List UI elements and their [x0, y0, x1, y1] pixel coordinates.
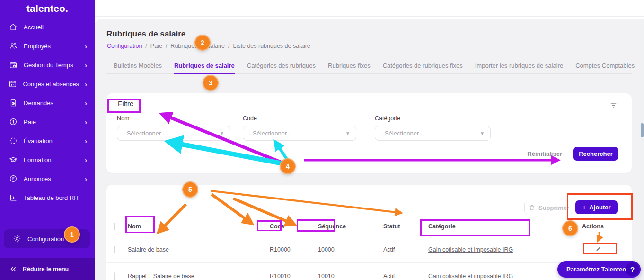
sidebar-item-annonces[interactable]: Annonces› — [0, 169, 95, 188]
sidebar-item-label: Demandes — [24, 99, 53, 107]
cell-categorie-link[interactable]: Gain cotisable et imposable IRG — [428, 273, 513, 280]
sidebar-item-accueil[interactable]: Accueil — [0, 18, 95, 36]
filter-label: Catégorie — [375, 115, 491, 122]
edit-pencil-icon[interactable] — [595, 246, 601, 252]
row-checkbox[interactable] — [114, 246, 115, 253]
sidebar-item-label: Tableau de bord RH — [24, 194, 79, 201]
cell-code: R10010 — [270, 273, 318, 280]
breadcrumb-separator: / — [166, 43, 167, 49]
sidebar-item-conges-et-absences[interactable]: Congés et absences› — [0, 74, 95, 93]
tab-categories-des-rubriques[interactable]: Catégories des rubriques — [247, 59, 316, 73]
sidebar-item-employes[interactable]: Employés› — [0, 36, 95, 55]
cell-categorie-link[interactable]: Gain cotisable et imposable IRG — [428, 246, 513, 253]
breadcrumb-item-configuration[interactable]: Configuration — [107, 43, 142, 49]
breadcrumb-item-liste-des-rubriques-de-salaire[interactable]: Liste des rubriques de salaire — [233, 43, 310, 49]
search-button[interactable]: Rechercher — [573, 147, 618, 161]
filter-label: Code — [243, 115, 356, 122]
sidebar-item-label: Évaluation — [24, 137, 53, 145]
column-header-nom[interactable]: Nom — [128, 223, 270, 230]
add-button-label: Ajouter — [589, 204, 611, 211]
select-code[interactable]: - Sélectionner -▼ — [243, 126, 356, 141]
sidebar: talenteo. AccueilEmployés›Gestion du Tem… — [0, 0, 95, 280]
content-panel: Rubriques de salaire Configuration/Paie/… — [95, 16, 644, 280]
filter-field-code: Code- Sélectionner -▼ — [243, 115, 356, 141]
column-header-code[interactable]: Code — [270, 223, 318, 230]
column-header-sequence[interactable]: Séquence — [318, 223, 383, 230]
employees-icon — [9, 42, 18, 50]
filter-field-categorie: Catégorie- Sélectionner -▼ — [375, 115, 491, 141]
filter-title: Filtre — [118, 99, 133, 108]
delete-button[interactable]: Supprimer — [524, 201, 573, 214]
tab-rubriques-de-salaire[interactable]: Rubriques de salaire — [174, 59, 235, 74]
filter-label: Nom — [117, 115, 230, 122]
column-header-statut[interactable]: Statut — [383, 223, 428, 230]
breadcrumb: Configuration/Paie/Rubriques de salaire/… — [107, 43, 310, 49]
hr-dashboard-icon — [9, 193, 18, 202]
collapse-menu-label: Réduire le menu — [23, 266, 69, 272]
help-button[interactable]: Paramétrez Talenteo ? — [557, 261, 641, 278]
cell-nom: Rappel + Salaire de base — [128, 273, 270, 280]
collapse-icon — [9, 265, 18, 273]
chevron-down-icon: ▼ — [220, 131, 224, 136]
scrollbar-track — [640, 19, 644, 280]
home-icon — [9, 23, 18, 31]
sidebar-item-demandes[interactable]: Demandes› — [0, 93, 95, 112]
plus-icon: + — [582, 203, 586, 211]
cell-nom: Salaire de base — [128, 246, 270, 253]
row-checkbox[interactable] — [114, 272, 115, 280]
cell-code: R10000 — [270, 246, 318, 253]
cell-sequence: 10000 — [318, 246, 383, 253]
sidebar-item-label: Configuration — [27, 235, 64, 243]
table-row: Salaire de baseR1000010000ActifGain coti… — [106, 236, 632, 263]
select-categorie[interactable]: - Sélectionner -▼ — [375, 126, 491, 141]
breadcrumb-item-rubriques-de-salaire[interactable]: Rubriques de salaire — [170, 43, 225, 49]
brand-logo: talenteo. — [0, 3, 95, 14]
sidebar-item-gestion-du-temps[interactable]: Gestion du Temps› — [0, 55, 95, 74]
collapse-menu-button[interactable]: Réduire le menu — [0, 258, 95, 280]
tabs-bar: Bulletins ModèlesRubriques de salaireCat… — [106, 59, 632, 74]
select-all-checkbox[interactable] — [114, 223, 115, 230]
sidebar-item-label: Accueil — [24, 24, 44, 31]
cell-statut: Actif — [383, 246, 428, 253]
sidebar-item-formation[interactable]: Formation› — [0, 150, 95, 169]
sidebar-item-evaluation[interactable]: Évaluation› — [0, 131, 95, 150]
select-value: - Sélectionner - — [249, 130, 291, 137]
sidebar-item-label: Employés — [24, 43, 51, 50]
chevron-right-icon: › — [85, 118, 87, 126]
column-header-actions[interactable]: Actions — [582, 223, 632, 230]
scrollbar-thumb[interactable] — [641, 123, 644, 137]
chevron-down-icon: ▼ — [480, 131, 485, 136]
chevron-right-icon: › — [85, 43, 87, 50]
tab-bulletins-modeles[interactable]: Bulletins Modèles — [114, 59, 162, 73]
select-nom[interactable]: - Sélectionner -▼ — [117, 126, 230, 141]
breadcrumb-item-paie[interactable]: Paie — [150, 43, 162, 49]
tab-rubriques-fixes[interactable]: Rubriques fixes — [328, 59, 371, 73]
delete-button-label: Supprimer — [538, 204, 569, 211]
tab-categories-de-rubriques-fixes[interactable]: Catégories de rubriques fixes — [383, 59, 463, 73]
chevron-right-icon: › — [85, 137, 87, 145]
sidebar-item-label: Gestion du Temps — [24, 62, 73, 69]
sidebar-item-label: Formation — [24, 156, 52, 163]
column-header-categorie[interactable]: Catégorie — [428, 223, 582, 230]
cell-statut: Actif — [383, 273, 428, 280]
sidebar-item-label: Annonces — [24, 175, 51, 182]
chevron-right-icon: › — [85, 175, 87, 182]
tab-importer-les-rubriques-de-salaire[interactable]: Importer les rubriques de salaire — [475, 59, 563, 73]
add-button[interactable]: + Ajouter — [575, 200, 618, 214]
select-value: - Sélectionner - — [123, 130, 165, 137]
filter-funnel-icon[interactable] — [609, 101, 618, 111]
tab-comptes-comptables[interactable]: Comptes Comptables — [575, 59, 635, 73]
table-header: NomCodeSéquenceStatutCatégorieActions — [106, 217, 632, 236]
trash-icon — [529, 204, 535, 211]
chevron-right-icon: › — [85, 99, 87, 107]
reset-button[interactable]: Réinitialiser — [527, 150, 562, 157]
requests-icon — [9, 99, 18, 107]
chevron-right-icon: › — [85, 81, 87, 88]
sidebar-item-tableau-de-bord-rh[interactable]: Tableau de bord RH — [0, 188, 95, 207]
sidebar-item-configuration[interactable]: Configuration — [4, 229, 90, 248]
sidebar-item-paie[interactable]: Paie› — [0, 112, 95, 131]
topbar — [95, 0, 644, 17]
help-button-label: Paramétrez Talenteo — [566, 266, 626, 273]
filter-field-nom: Nom- Sélectionner -▼ — [117, 115, 230, 141]
announcements-icon — [9, 174, 18, 183]
